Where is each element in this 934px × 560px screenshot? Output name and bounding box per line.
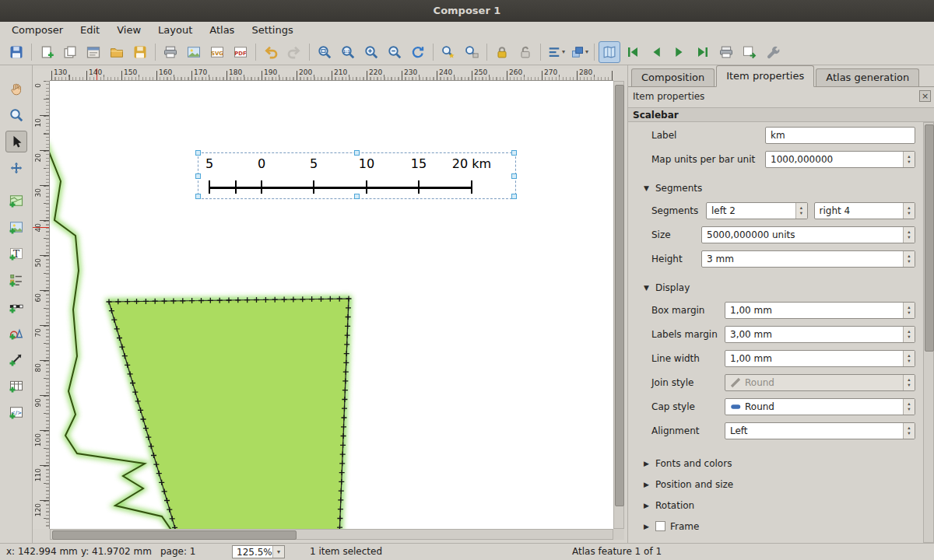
tool-pan[interactable] <box>5 78 27 100</box>
toolbar-print[interactable] <box>160 41 181 63</box>
toolbar-zoom-last[interactable] <box>461 41 483 63</box>
toolbar-print-atlas[interactable] <box>715 41 737 63</box>
menu-settings[interactable]: Settings <box>243 22 301 39</box>
selection-handle-sw[interactable] <box>195 194 201 199</box>
tool-select-move-item[interactable] <box>5 131 27 152</box>
tool-add-image[interactable] <box>5 216 27 238</box>
size-spinbox[interactable]: 5000,000000 units ▴▾ <box>701 226 915 243</box>
section-fonts-and-colors[interactable]: ▶ Fonts and colors <box>642 456 923 471</box>
section-frame[interactable]: ▶ Frame <box>642 519 923 534</box>
height-spinbox[interactable]: 3 mm ▴▾ <box>701 250 915 268</box>
canvas-horizontal-scrollbar[interactable] <box>50 529 613 540</box>
segments-right-spin-buttons[interactable]: ▴▾ <box>903 203 915 219</box>
section-rotation[interactable]: ▶ Rotation <box>642 498 923 513</box>
toolbar-save-as-template[interactable] <box>129 41 151 63</box>
vscroll-thumb[interactable] <box>615 85 624 506</box>
toolbar-load-from-template[interactable] <box>106 41 128 63</box>
cap-style-spin-buttons[interactable]: ▴▾ <box>903 399 915 415</box>
section-header-display[interactable]: ▼ Display <box>642 281 923 295</box>
window-titlebar[interactable]: Composer 1 <box>0 0 934 22</box>
map-units-spinbox[interactable]: 1000,000000 ▴▾ <box>765 151 915 168</box>
tool-add-new-map[interactable] <box>5 190 27 212</box>
toolbar-atlas-next-feature[interactable] <box>669 41 690 63</box>
box-margin-spinbox[interactable]: 1,00 mm ▴▾ <box>725 302 915 319</box>
toolbar-unlock-all-items[interactable] <box>514 41 536 63</box>
tool-add-html-frame[interactable]: </> <box>5 401 27 423</box>
panel-scroll-thumb[interactable] <box>925 124 934 352</box>
toolbar-atlas-last-feature[interactable] <box>692 41 714 63</box>
zoom-level-combo[interactable]: 125.5% ▾ <box>232 545 285 558</box>
tool-zoom-tool[interactable] <box>5 104 27 126</box>
toolbar-zoom-to-selection[interactable] <box>437 41 459 63</box>
menu-edit[interactable]: Edit <box>72 22 108 39</box>
selection-handle-ne[interactable] <box>511 150 517 156</box>
dropdown-arrow-icon[interactable]: ▾ <box>585 48 588 55</box>
tool-add-arrow[interactable] <box>5 348 27 370</box>
cap-style-combo[interactable]: Round ▴▾ <box>725 398 915 415</box>
toolbar-atlas-preview[interactable] <box>599 41 620 63</box>
toolbar-export-as-pdf[interactable]: PDF <box>230 41 251 63</box>
frame-checkbox[interactable] <box>655 521 665 531</box>
segments-left-spin-buttons[interactable]: ▴▾ <box>795 203 807 219</box>
scalebar-label-input[interactable]: km <box>765 127 915 144</box>
toolbar-zoom-in[interactable] <box>360 41 382 63</box>
canvas-vertical-scrollbar[interactable] <box>613 81 624 529</box>
panel-close-button[interactable]: × <box>919 90 931 102</box>
selection-handle-se[interactable] <box>511 194 517 199</box>
zoom-combo-dropdown-arrow[interactable]: ▾ <box>272 546 284 558</box>
join-style-combo[interactable]: Round ▴▾ <box>725 374 915 391</box>
toolbar-atlas-previous-feature[interactable] <box>645 41 667 63</box>
map-units-spin-buttons[interactable]: ▴▾ <box>903 152 915 167</box>
toolbar-redo[interactable] <box>283 41 305 63</box>
map-item-polygon[interactable] <box>109 299 349 529</box>
toolbar-duplicate-composer[interactable] <box>59 41 81 63</box>
panel-scrollbar[interactable] <box>923 122 934 543</box>
tool-add-legend[interactable] <box>5 269 27 291</box>
toolbar-export-as-image[interactable] <box>183 41 205 63</box>
menu-atlas[interactable]: Atlas <box>201 22 243 39</box>
tab-item-properties[interactable]: Item properties <box>716 65 814 87</box>
toolbar-zoom-out[interactable] <box>384 41 406 63</box>
menu-view[interactable]: View <box>108 22 149 39</box>
labels-margin-spin-buttons[interactable]: ▴▾ <box>903 327 915 342</box>
tool-move-item-content[interactable] <box>5 157 27 179</box>
toolbar-zoom-full[interactable] <box>314 41 335 63</box>
alignment-spin-buttons[interactable]: ▴▾ <box>903 423 915 439</box>
join-style-spin-buttons[interactable]: ▴▾ <box>903 375 915 390</box>
labels-margin-spinbox[interactable]: 3,00 mm ▴▾ <box>725 326 915 343</box>
menu-composer[interactable]: Composer <box>3 22 72 39</box>
line-width-spin-buttons[interactable]: ▴▾ <box>903 351 915 366</box>
tab-atlas-generation[interactable]: Atlas generation <box>816 68 919 86</box>
tool-add-scalebar[interactable] <box>5 296 27 317</box>
toolbar-atlas-first-feature[interactable] <box>622 41 644 63</box>
toolbar-save-project[interactable] <box>5 41 27 63</box>
dropdown-arrow-icon[interactable]: ▾ <box>562 48 565 55</box>
toolbar-atlas-settings[interactable] <box>762 41 784 63</box>
selection-handle-e[interactable] <box>511 173 517 179</box>
toolbar-export-atlas[interactable] <box>739 41 760 63</box>
selection-handle-n[interactable] <box>354 150 360 156</box>
toolbar-lock-selected-items[interactable] <box>491 41 513 63</box>
scalebar-item[interactable]: 505101520 km <box>198 152 516 199</box>
selection-handle-nw[interactable] <box>195 150 201 156</box>
toolbar-export-as-svg[interactable]: SVG <box>206 41 228 63</box>
selection-handle-s[interactable] <box>354 194 360 199</box>
line-width-spinbox[interactable]: 1,00 mm ▴▾ <box>725 350 915 367</box>
hscroll-thumb[interactable] <box>52 530 297 540</box>
alignment-combo[interactable]: Left ▴▾ <box>725 422 915 439</box>
toolbar-composer-manager[interactable] <box>83 41 104 63</box>
tool-add-label[interactable]: T <box>5 243 27 264</box>
toolbar-raise-selected-items[interactable]: ▾ <box>568 41 590 63</box>
tool-add-attribute-table[interactable] <box>5 375 27 397</box>
toolbar-refresh-view[interactable] <box>407 41 429 63</box>
toolbar-undo[interactable] <box>260 41 282 63</box>
section-header-segments[interactable]: ▼ Segments <box>642 181 923 195</box>
toolbar-new-composer[interactable] <box>36 41 58 63</box>
height-spin-buttons[interactable]: ▴▾ <box>903 251 915 267</box>
segments-right-spinbox[interactable]: right 4 ▴▾ <box>814 202 916 219</box>
tool-add-shape[interactable] <box>5 322 27 344</box>
segments-left-spinbox[interactable]: left 2 ▴▾ <box>706 202 808 219</box>
toolbar-zoom-100[interactable]: 1:1 <box>337 41 359 63</box>
selection-handle-w[interactable] <box>195 173 201 179</box>
composition-page[interactable]: 505101520 km <box>50 81 613 529</box>
